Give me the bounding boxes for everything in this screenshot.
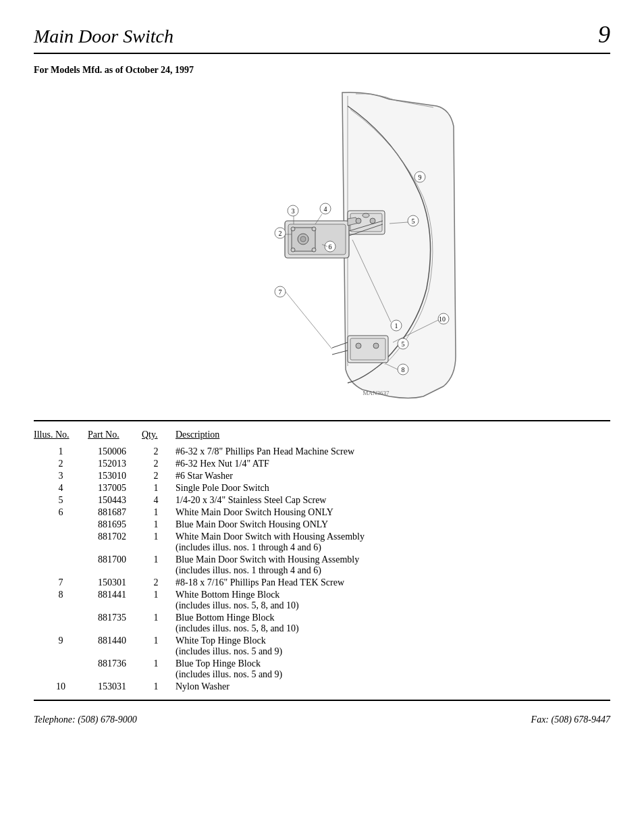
svg-text:5: 5 bbox=[402, 340, 405, 348]
svg-point-8 bbox=[300, 236, 306, 242]
page-header: Main Door Switch 9 bbox=[34, 20, 610, 54]
svg-text:1: 1 bbox=[395, 322, 398, 330]
cell-illus: 7 bbox=[34, 577, 88, 589]
diagram-area: 1 2 3 4 5 5 bbox=[34, 82, 610, 407]
cell-illus: 1 bbox=[34, 446, 88, 458]
cell-part: 881735 bbox=[88, 612, 142, 635]
svg-text:3: 3 bbox=[292, 207, 295, 215]
cell-desc: Blue Main Door Switch with Housing Assem… bbox=[176, 554, 610, 577]
col-header-qty: Qty. bbox=[142, 428, 176, 446]
cell-part: 150443 bbox=[88, 494, 142, 506]
cell-qty: 1 bbox=[142, 519, 176, 531]
parts-diagram: 1 2 3 4 5 5 bbox=[180, 86, 464, 403]
svg-point-10 bbox=[312, 227, 316, 231]
cell-part: 881440 bbox=[88, 635, 142, 658]
cell-desc: Nylon Washer bbox=[176, 681, 610, 693]
table-row: 71503012#8-18 x 7/16" Phillips Pan Head … bbox=[34, 577, 610, 589]
cell-qty: 2 bbox=[142, 470, 176, 482]
models-line: For Models Mfd. as of October 24, 1997 bbox=[34, 65, 610, 76]
svg-point-15 bbox=[356, 343, 361, 348]
cell-desc: #6 Star Washer bbox=[176, 470, 610, 482]
svg-point-19 bbox=[363, 213, 369, 217]
svg-point-16 bbox=[373, 343, 379, 348]
svg-rect-1 bbox=[350, 338, 385, 360]
svg-text:10: 10 bbox=[439, 315, 446, 323]
cell-qty: 1 bbox=[142, 612, 176, 635]
cell-illus: 9 bbox=[34, 635, 88, 658]
cell-qty: 2 bbox=[142, 446, 176, 458]
cell-part: 881736 bbox=[88, 658, 142, 681]
svg-point-11 bbox=[291, 248, 295, 252]
table-row: 8817361Blue Top Hinge Block(includes ill… bbox=[34, 658, 610, 681]
cell-illus bbox=[34, 658, 88, 681]
table-row: 8817351Blue Bottom Hinge Block(includes … bbox=[34, 612, 610, 635]
cell-desc: White Bottom Hinge Block(includes illus.… bbox=[176, 589, 610, 612]
cell-qty: 1 bbox=[142, 482, 176, 494]
cell-part: 150006 bbox=[88, 446, 142, 458]
svg-text:9: 9 bbox=[419, 174, 422, 181]
table-row: 31530102#6 Star Washer bbox=[34, 470, 610, 482]
page-container: Main Door Switch 9 For Models Mfd. as of… bbox=[0, 0, 644, 834]
table-row: 8817021White Main Door Switch with Housi… bbox=[34, 531, 610, 554]
cell-illus bbox=[34, 519, 88, 531]
cell-part: 881700 bbox=[88, 554, 142, 577]
page-title: Main Door Switch bbox=[34, 26, 173, 47]
cell-illus bbox=[34, 554, 88, 577]
svg-point-9 bbox=[291, 227, 295, 231]
svg-point-17 bbox=[356, 218, 361, 224]
table-row: 8816951Blue Main Door Switch Housing ONL… bbox=[34, 519, 610, 531]
svg-text:8: 8 bbox=[402, 366, 405, 373]
table-row: 11500062#6-32 x 7/8" Phillips Pan Head M… bbox=[34, 446, 610, 458]
cell-desc: White Main Door Switch Housing ONLY bbox=[176, 506, 610, 519]
cell-part: 881441 bbox=[88, 589, 142, 612]
footer-telephone: Telephone: (508) 678-9000 bbox=[34, 714, 137, 725]
table-row: 88814411White Bottom Hinge Block(include… bbox=[34, 589, 610, 612]
col-header-illus: Illus. No. bbox=[34, 428, 88, 446]
cell-qty: 1 bbox=[142, 554, 176, 577]
cell-desc: #6-32 x 7/8" Phillips Pan Head Machine S… bbox=[176, 446, 610, 458]
cell-qty: 1 bbox=[142, 681, 176, 693]
cell-desc: Blue Bottom Hinge Block(includes illus. … bbox=[176, 612, 610, 635]
cell-illus: 10 bbox=[34, 681, 88, 693]
svg-text:6: 6 bbox=[329, 243, 332, 251]
cell-desc: Blue Main Door Switch Housing ONLY bbox=[176, 519, 610, 531]
cell-part: 153031 bbox=[88, 681, 142, 693]
table-row: 8817001Blue Main Door Switch with Housin… bbox=[34, 554, 610, 577]
cell-qty: 1 bbox=[142, 531, 176, 554]
cell-desc: White Main Door Switch with Housing Asse… bbox=[176, 531, 610, 554]
table-row: 68816871White Main Door Switch Housing O… bbox=[34, 506, 610, 519]
footer-fax: Fax: (508) 678-9447 bbox=[531, 714, 610, 725]
svg-text:2: 2 bbox=[279, 230, 282, 237]
page-number: 9 bbox=[598, 20, 610, 49]
col-header-desc: Description bbox=[176, 428, 610, 446]
diagram-label: MAN3637 bbox=[363, 390, 390, 396]
cell-qty: 1 bbox=[142, 635, 176, 658]
cell-part: 137005 bbox=[88, 482, 142, 494]
cell-desc: Blue Top Hinge Block(includes illus. nos… bbox=[176, 658, 610, 681]
cell-part: 152013 bbox=[88, 458, 142, 470]
svg-text:5: 5 bbox=[412, 217, 415, 225]
table-row: 21520132#6-32 Hex Nut 1/4" ATF bbox=[34, 458, 610, 470]
cell-qty: 2 bbox=[142, 458, 176, 470]
cell-illus bbox=[34, 531, 88, 554]
cell-illus: 2 bbox=[34, 458, 88, 470]
cell-desc: #8-18 x 7/16" Phillips Pan Head TEK Scre… bbox=[176, 577, 610, 589]
cell-desc: #6-32 Hex Nut 1/4" ATF bbox=[176, 458, 610, 470]
cell-desc: White Top Hinge Block(includes illus. no… bbox=[176, 635, 610, 658]
page-footer: Telephone: (508) 678-9000 Fax: (508) 678… bbox=[34, 714, 610, 725]
cell-part: 881687 bbox=[88, 506, 142, 519]
cell-part: 150301 bbox=[88, 577, 142, 589]
cell-illus: 6 bbox=[34, 506, 88, 519]
cell-part: 881702 bbox=[88, 531, 142, 554]
cell-qty: 1 bbox=[142, 658, 176, 681]
cell-illus: 8 bbox=[34, 589, 88, 612]
cell-illus bbox=[34, 612, 88, 635]
table-row: 515044341/4-20 x 3/4" Stainless Steel Ca… bbox=[34, 494, 610, 506]
cell-qty: 1 bbox=[142, 506, 176, 519]
cell-part: 153010 bbox=[88, 470, 142, 482]
parts-section: Illus. No. Part No. Qty. Description 115… bbox=[34, 420, 610, 701]
cell-desc: Single Pole Door Switch bbox=[176, 482, 610, 494]
cell-qty: 2 bbox=[142, 577, 176, 589]
svg-point-12 bbox=[312, 248, 316, 252]
cell-qty: 1 bbox=[142, 589, 176, 612]
